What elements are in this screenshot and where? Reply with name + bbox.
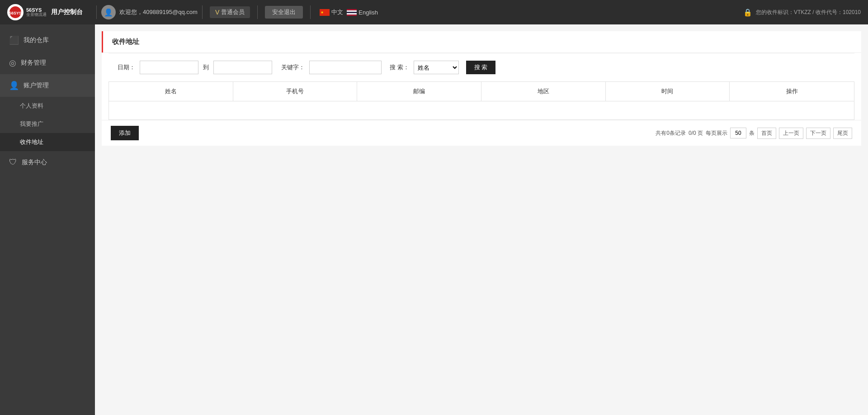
filter-bar: 日期： 到 关键字： 搜 索： 姓名 手机号 邮编 搜 索 (108, 53, 854, 81)
sidebar: ⬛ 我的仓库 ◎ 财务管理 👤 账户管理 个人资料 我要推广 收件地址 🛡 服务… (0, 24, 95, 415)
pages-text: 0/0 页 (689, 129, 703, 137)
member-icon: V (215, 9, 219, 16)
sidebar-sub-item-address[interactable]: 收件地址 (0, 133, 95, 151)
logout-button[interactable]: 安全退出 (265, 6, 303, 19)
layout: ⬛ 我的仓库 ◎ 财务管理 👤 账户管理 个人资料 我要推广 收件地址 🛡 服务… (0, 24, 868, 415)
col-region: 地区 (481, 82, 606, 101)
sidebar-sub-item-promote[interactable]: 我要推广 (0, 115, 95, 133)
finance-icon: ◎ (9, 58, 16, 68)
per-page-label: 每页展示 (706, 129, 727, 137)
sidebar-item-account[interactable]: 👤 账户管理 (0, 74, 95, 97)
cn-flag-icon (320, 9, 330, 16)
sidebar-sub-item-profile[interactable]: 个人资料 (0, 97, 95, 115)
divider4 (310, 5, 311, 19)
welcome-text: 欢迎您，409889195@qq.com (119, 8, 198, 16)
first-page-button[interactable]: 首页 (757, 128, 776, 139)
lang-cn-button[interactable]: 中文 (320, 8, 343, 16)
last-page-button[interactable]: 尾页 (833, 128, 852, 139)
sidebar-item-service-label: 服务中心 (22, 158, 47, 167)
keyword-label: 关键字： (281, 63, 305, 72)
table-header: 姓名 手机号 邮编 地区 时间 操作 (109, 82, 854, 101)
table-actions-bar: 添加 共有0条记录 0/0 页 每页展示 条 首页 上一页 下一页 尾页 (102, 120, 861, 146)
keyword-input[interactable] (309, 61, 382, 74)
col-zip: 邮编 (357, 82, 481, 101)
member-label: 普通会员 (221, 8, 245, 16)
sidebar-item-finance-label: 财务管理 (21, 59, 46, 67)
lang-en-label: English (359, 9, 378, 16)
header: 56SYS 56SYS 全景物流通 用户控制台 👤 欢迎您，409889195@… (0, 0, 868, 24)
member-badge: V 普通会员 (210, 6, 250, 18)
logo-slogan: 全景物流通 (26, 13, 47, 17)
pagination: 共有0条记录 0/0 页 每页展示 条 首页 上一页 下一页 尾页 (656, 128, 852, 139)
sidebar-item-service[interactable]: 🛡 服务中心 (0, 151, 95, 173)
svg-text:56SYS: 56SYS (9, 11, 22, 15)
search-label: 搜 索： (390, 63, 409, 72)
add-button[interactable]: 添加 (111, 126, 139, 140)
language-switcher: 中文 English (320, 8, 378, 16)
divider1 (96, 5, 97, 19)
package-icon: 🔒 (743, 8, 752, 17)
search-select[interactable]: 姓名 手机号 邮编 (414, 61, 459, 74)
table-body (109, 101, 854, 119)
total-records-text: 共有0条记录 (656, 129, 686, 137)
date-to-input[interactable] (213, 61, 272, 74)
sidebar-sub-address-label: 收件地址 (20, 138, 43, 146)
sidebar-item-warehouse-label: 我的仓库 (24, 36, 49, 44)
main-content: 收件地址 日期： 到 关键字： 搜 索： 姓名 手机号 邮编 搜 索 (95, 24, 868, 415)
per-page-unit: 条 (749, 129, 755, 137)
date-from-input[interactable] (140, 61, 198, 74)
data-table: 姓名 手机号 邮编 地区 时间 操作 (108, 81, 854, 120)
control-label: 用户控制台 (51, 8, 83, 16)
divider3 (257, 5, 258, 19)
service-icon: 🛡 (9, 157, 17, 167)
package-info: 🔒 您的收件标识：VTKZZ / 收件代号：102010 (743, 8, 861, 17)
col-name: 姓名 (109, 82, 233, 101)
prev-page-button[interactable]: 上一页 (779, 128, 803, 139)
package-info-text: 您的收件标识：VTKZZ / 收件代号：102010 (756, 9, 861, 16)
user-info: 👤 欢迎您，409889195@qq.com (101, 5, 198, 19)
sidebar-sub-profile-label: 个人资料 (20, 102, 43, 110)
col-action: 操作 (730, 82, 854, 101)
col-time: 时间 (606, 82, 730, 101)
per-page-input[interactable] (730, 128, 746, 138)
sidebar-sub-promote-label: 我要推广 (20, 120, 43, 128)
lang-en-button[interactable]: English (347, 9, 378, 16)
divider2 (202, 5, 203, 19)
col-phone: 手机号 (233, 82, 358, 101)
th-flag-icon (347, 9, 357, 16)
logo-icon: 56SYS (7, 4, 24, 20)
warehouse-icon: ⬛ (9, 35, 19, 45)
avatar: 👤 (101, 5, 116, 19)
search-button[interactable]: 搜 索 (466, 61, 496, 74)
page-title: 收件地址 (102, 31, 861, 52)
sidebar-item-warehouse[interactable]: ⬛ 我的仓库 (0, 29, 95, 52)
sidebar-item-account-label: 账户管理 (24, 81, 49, 90)
account-icon: 👤 (9, 81, 19, 91)
lang-cn-label: 中文 (331, 8, 343, 16)
to-label: 到 (203, 63, 209, 72)
next-page-button[interactable]: 下一页 (806, 128, 830, 139)
logo[interactable]: 56SYS 56SYS 全景物流通 (7, 4, 47, 20)
date-label: 日期： (118, 63, 135, 72)
sidebar-item-finance[interactable]: ◎ 财务管理 (0, 52, 95, 74)
